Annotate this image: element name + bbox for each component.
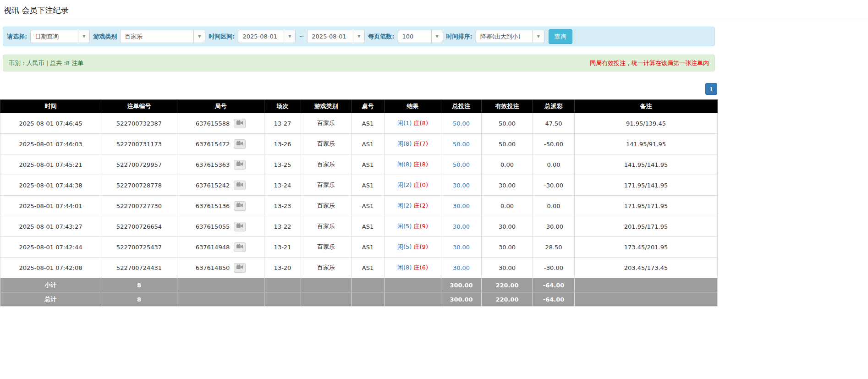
page-size-select[interactable]: 100 ▼ bbox=[398, 30, 443, 43]
column-header: 总派彩 bbox=[533, 100, 575, 113]
video-replay-button[interactable] bbox=[234, 160, 246, 170]
result-cell: 闲(8) 庄(7) bbox=[385, 134, 441, 154]
video-camera-icon bbox=[236, 161, 243, 168]
chevron-down-icon[interactable]: ▼ bbox=[431, 30, 443, 43]
bet-id-cell: 522700732387 bbox=[101, 113, 177, 134]
sort-order-label: 时间排序: bbox=[446, 33, 472, 41]
game-type-value: 百家乐 bbox=[121, 30, 193, 43]
page-title: 视讯 会员下注纪录 bbox=[4, 5, 864, 16]
column-header: 时间 bbox=[0, 100, 101, 113]
result-banker: 庄(6) bbox=[414, 264, 428, 271]
total-bet-cell: 30.00 bbox=[441, 216, 482, 237]
total-bet-link[interactable]: 30.00 bbox=[453, 264, 470, 271]
result-banker: 庄(0) bbox=[414, 181, 428, 188]
game-type-select[interactable]: 百家乐 ▼ bbox=[120, 30, 205, 43]
query-type-select[interactable]: 日期查询 ▼ bbox=[30, 30, 90, 43]
game-type-cell: 百家乐 bbox=[301, 175, 352, 196]
session-cell: 13-25 bbox=[264, 154, 301, 175]
result-player: 闲(2) bbox=[397, 181, 412, 188]
round-number: 637615242 bbox=[196, 182, 230, 189]
total-bet-cell: 30.00 bbox=[441, 175, 482, 196]
subtotal-row: 小计8300.00220.00-64.00 bbox=[0, 278, 718, 292]
video-replay-button[interactable] bbox=[234, 263, 246, 273]
total-bet-link[interactable]: 50.00 bbox=[453, 120, 470, 127]
round-cell-content: 637615136 bbox=[196, 201, 246, 211]
result-cell: 闲(2) 庄(0) bbox=[385, 175, 441, 196]
pagination-top: 1 bbox=[0, 83, 717, 95]
payout-cell: 47.50 bbox=[533, 113, 575, 134]
remark-cell: 201.95/171.95 bbox=[575, 216, 718, 237]
game-type-cell: 百家乐 bbox=[301, 154, 352, 175]
date-from-select[interactable]: 2025-08-01 ▼ bbox=[238, 30, 296, 43]
chevron-down-icon[interactable]: ▼ bbox=[353, 30, 364, 43]
remark-cell: 171.95/171.95 bbox=[575, 196, 718, 216]
column-header: 场次 bbox=[264, 100, 301, 113]
result-cell: 闲(5) 庄(9) bbox=[385, 216, 441, 237]
chevron-down-icon[interactable]: ▼ bbox=[284, 30, 295, 43]
payout-cell: -50.00 bbox=[533, 134, 575, 154]
round-cell: 637615472 bbox=[177, 134, 264, 154]
result-cell: 闲(1) 庄(8) bbox=[385, 113, 441, 134]
video-replay-button[interactable] bbox=[234, 222, 246, 231]
chevron-down-icon[interactable]: ▼ bbox=[78, 30, 89, 43]
result-banker: 庄(2) bbox=[414, 202, 428, 209]
table-number-cell: AS1 bbox=[352, 113, 385, 134]
video-replay-button[interactable] bbox=[234, 201, 246, 211]
video-replay-button[interactable] bbox=[234, 181, 246, 190]
video-camera-icon bbox=[236, 141, 243, 148]
video-replay-button[interactable] bbox=[234, 242, 246, 252]
round-cell: 637615136 bbox=[177, 196, 264, 216]
valid-bet-notice: 同局有效投注，统一计算在该局第一张注单内 bbox=[590, 59, 709, 67]
video-replay-button[interactable] bbox=[234, 119, 246, 128]
chevron-down-icon[interactable]: ▼ bbox=[193, 30, 205, 43]
page-button-1[interactable]: 1 bbox=[705, 83, 717, 95]
total-bet-link[interactable]: 50.00 bbox=[453, 141, 470, 148]
table-number-cell: AS1 bbox=[352, 237, 385, 258]
total-bet-link[interactable]: 30.00 bbox=[453, 182, 470, 189]
bet-id-cell: 522700729957 bbox=[101, 154, 177, 175]
total-bet-link[interactable]: 30.00 bbox=[453, 223, 470, 230]
search-button[interactable]: 查询 bbox=[549, 29, 572, 44]
bet-time-cell: 2025-08-01 07:42:08 bbox=[0, 258, 101, 278]
column-header: 有效投注 bbox=[482, 100, 533, 113]
sort-order-select[interactable]: 降幂(由大到小) ▼ bbox=[476, 30, 544, 43]
total-bet-cell: 30.00 bbox=[441, 258, 482, 278]
table-body: 2025-08-01 07:46:45522700732387637615588… bbox=[0, 113, 718, 278]
subtotal-row-cell bbox=[264, 278, 301, 292]
bet-time-cell: 2025-08-01 07:45:21 bbox=[0, 154, 101, 175]
chevron-down-icon[interactable]: ▼ bbox=[533, 30, 544, 43]
game-type-cell: 百家乐 bbox=[301, 134, 352, 154]
bet-time-cell: 2025-08-01 07:43:27 bbox=[0, 216, 101, 237]
remark-cell: 171.95/141.95 bbox=[575, 175, 718, 196]
result-player: 闲(1) bbox=[397, 120, 412, 126]
result-player: 闲(8) bbox=[397, 264, 412, 271]
total-bet-link[interactable]: 30.00 bbox=[453, 203, 470, 209]
bet-id-cell: 522700726654 bbox=[101, 216, 177, 237]
game-type-cell: 百家乐 bbox=[301, 196, 352, 216]
column-header: 注单编号 bbox=[101, 100, 177, 113]
subtotal-row-cell: 小计 bbox=[0, 278, 101, 292]
remark-cell: 173.45/201.95 bbox=[575, 237, 718, 258]
total-row-cell bbox=[264, 292, 301, 307]
round-cell-content: 637615472 bbox=[196, 139, 246, 149]
total-bet-link[interactable]: 30.00 bbox=[453, 244, 470, 251]
round-cell-content: 637615242 bbox=[196, 181, 246, 190]
round-cell-content: 637615588 bbox=[196, 119, 246, 128]
column-header: 备注 bbox=[575, 100, 718, 113]
subtotal-row-cell bbox=[177, 278, 264, 292]
bet-time-cell: 2025-08-01 07:44:01 bbox=[0, 196, 101, 216]
subtotal-row-cell bbox=[301, 278, 352, 292]
video-replay-button[interactable] bbox=[234, 139, 246, 149]
date-to-select[interactable]: 2025-08-01 ▼ bbox=[307, 30, 365, 43]
session-cell: 13-23 bbox=[264, 196, 301, 216]
currency-total-text: 币别 : 人民币 | 总共 :8 注单 bbox=[9, 59, 83, 67]
subtotal-row-cell bbox=[575, 278, 718, 292]
subtotal-row-cell: 8 bbox=[101, 278, 177, 292]
result-cell: 闲(5) 庄(9) bbox=[385, 237, 441, 258]
query-type-value: 日期查询 bbox=[31, 30, 78, 43]
total-bet-link[interactable]: 50.00 bbox=[453, 161, 470, 168]
round-number: 637615136 bbox=[196, 203, 230, 209]
payout-cell: -30.00 bbox=[533, 216, 575, 237]
payout-cell: 28.50 bbox=[533, 237, 575, 258]
session-cell: 13-20 bbox=[264, 258, 301, 278]
